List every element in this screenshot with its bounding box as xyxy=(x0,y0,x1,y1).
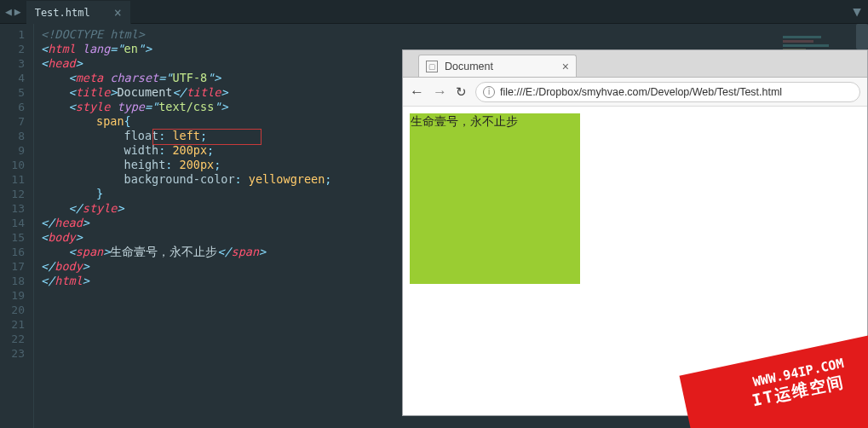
browser-tabbar: ▢ Document × xyxy=(403,50,867,78)
editor-tab[interactable]: Test.html × xyxy=(26,1,131,24)
browser-tab[interactable]: ▢ Document × xyxy=(418,55,577,77)
editor-nav-arrows: ◀ ▶ xyxy=(0,0,26,23)
tab-overflow-icon[interactable]: ▼ xyxy=(846,0,868,23)
editor-tabs: ◀ ▶ Test.html × ▼ xyxy=(0,0,868,24)
url-text: file:///E:/Dropbox/smyhvae.com/Develop/W… xyxy=(500,86,782,98)
reload-icon[interactable]: ↻ xyxy=(456,84,467,100)
forward-icon[interactable]: → xyxy=(433,84,447,101)
close-icon[interactable]: × xyxy=(114,5,122,20)
code-line: <!DOCTYPE html> xyxy=(41,27,868,42)
nav-forward-icon[interactable]: ▶ xyxy=(14,5,21,18)
url-bar[interactable]: i file:///E:/Dropbox/smyhvae.com/Develop… xyxy=(475,82,860,102)
browser-toolbar: ← → ↻ i file:///E:/Dropbox/smyhvae.com/D… xyxy=(403,78,867,107)
editor-tab-label: Test.html xyxy=(35,7,90,19)
favicon-icon: ▢ xyxy=(426,61,438,72)
back-icon[interactable]: ← xyxy=(410,84,424,101)
rendered-span: 生命壹号，永不止步 xyxy=(410,113,580,284)
close-icon[interactable]: × xyxy=(562,60,569,73)
browser-tab-title: Document xyxy=(445,61,493,72)
info-icon[interactable]: i xyxy=(483,86,495,98)
nav-back-icon[interactable]: ◀ xyxy=(5,5,12,18)
line-gutter: 1234567891011 121314151617181920212223 xyxy=(0,24,34,428)
